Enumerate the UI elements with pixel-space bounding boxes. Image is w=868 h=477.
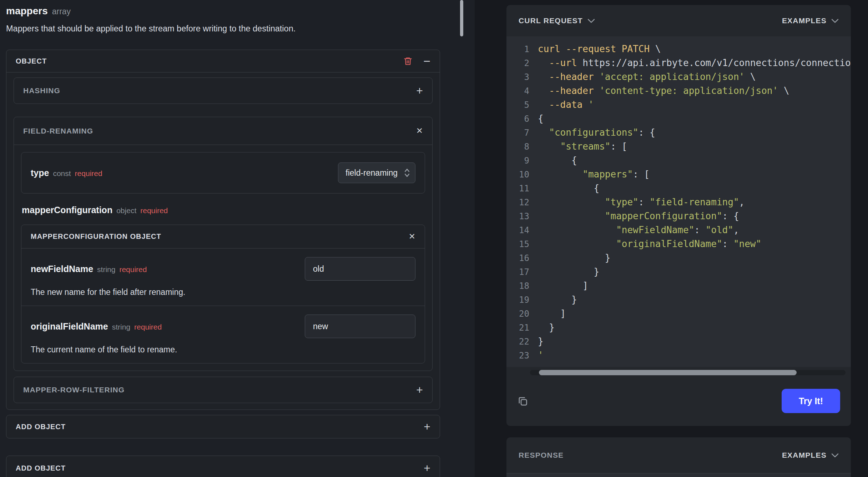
line-number: 17 (506, 265, 538, 279)
response-body (506, 473, 851, 477)
originalfieldname-prop-name: originalFieldName (31, 321, 108, 332)
newfieldname-required-badge: required (119, 265, 147, 274)
add-object-label: ADD OBJECT (16, 423, 66, 431)
line-number: 21 (506, 321, 538, 335)
curl-request-dropdown[interactable]: CURL REQUEST (519, 16, 595, 25)
curl-panel-header: CURL REQUEST EXAMPLES (506, 5, 851, 36)
mapper-configuration-required-badge: required (140, 206, 168, 215)
code-line-row: 15 "originalFieldName": "new" (506, 237, 851, 251)
field-renaming-section: FIELD-RENAMING ✕ type const required fie… (14, 117, 433, 371)
collapse-object-button[interactable]: − (423, 55, 430, 67)
response-title: RESPONSE (519, 451, 564, 460)
examples-label: EXAMPLES (782, 16, 827, 25)
code-line: } (538, 322, 555, 333)
code-line: { (538, 113, 544, 124)
mapper-row-filtering-section-row[interactable]: MAPPER-ROW-FILTERING + (14, 377, 433, 403)
curl-request-title: CURL REQUEST (519, 16, 583, 25)
line-number: 19 (506, 293, 538, 307)
code-line-row: 11 { (506, 181, 851, 195)
code-block: 1curl --request PATCH \2 --url https://a… (506, 36, 851, 367)
field-title-row: mappersarray (6, 5, 440, 17)
line-number: 5 (506, 98, 538, 112)
code-line-row: 10 "mappers": [ (506, 167, 851, 181)
code-line: } (538, 294, 577, 305)
horizontal-scrollbar[interactable] (530, 370, 846, 375)
code-line-row: 2 --url https://api.airbyte.com/v1/conne… (506, 56, 851, 70)
type-row: type const required field-renaming (21, 152, 425, 194)
curl-panel-footer: Try It! (506, 376, 851, 426)
line-number: 9 (506, 154, 538, 168)
code-line: } (538, 252, 611, 263)
code-line: --url https://api.airbyte.com/v1/connect… (538, 57, 851, 68)
chevron-down-icon (587, 19, 595, 23)
type-select[interactable]: field-renaming (338, 162, 415, 183)
line-number: 13 (506, 210, 538, 224)
line-number: 22 (506, 335, 538, 349)
field-renaming-header: FIELD-RENAMING ✕ (14, 117, 432, 145)
vertical-scrollbar-thumb[interactable] (460, 0, 463, 36)
add-object-button[interactable]: + (424, 421, 430, 432)
close-mapper-configuration-button[interactable]: ✕ (409, 232, 415, 241)
newfieldname-prop-kind: string (97, 265, 115, 274)
code-line: "mapperConfiguration": { (538, 211, 739, 221)
line-number: 20 (506, 307, 538, 321)
expand-hashing-button[interactable]: + (416, 85, 423, 96)
code-line-row: 20 ] (506, 307, 851, 321)
select-stepper-icon (404, 168, 410, 178)
copy-icon (517, 396, 528, 407)
code-line: "configurations": { (538, 127, 655, 138)
hashing-section-row[interactable]: HASHING + (14, 77, 433, 104)
copy-code-button[interactable] (517, 396, 528, 407)
add-object-outer-button[interactable]: + (424, 462, 430, 474)
expand-mapper-row-filtering-button[interactable]: + (416, 384, 423, 396)
examples-dropdown[interactable]: EXAMPLES (782, 16, 839, 25)
code-line: } (538, 336, 544, 347)
line-number: 14 (506, 224, 538, 237)
code-pane: CURL REQUEST EXAMPLES 1curl --request PA… (475, 0, 868, 477)
code-line-row: 22} (506, 335, 851, 348)
code-line: --data ' (538, 99, 594, 110)
close-field-renaming-button[interactable]: ✕ (416, 127, 423, 135)
code-line-row: 23' (506, 348, 851, 362)
newfieldname-description: The new name for the field after renamin… (31, 287, 415, 297)
line-number: 3 (506, 70, 538, 84)
response-title-group: RESPONSE (519, 451, 564, 460)
newfieldname-input[interactable] (305, 257, 415, 281)
code-line: } (538, 266, 599, 277)
type-prop-name: type (31, 168, 49, 178)
code-line: { (538, 183, 599, 194)
mapper-configuration-prop-name: mapperConfiguration (22, 205, 112, 215)
newfieldname-prop-name: newFieldName (31, 264, 93, 274)
mapper-configuration-prop-kind: object (116, 206, 136, 215)
object-panel-header: OBJECT − (6, 50, 440, 72)
mapper-configuration-panel: MAPPERCONFIGURATION OBJECT ✕ newFieldNam… (21, 225, 425, 363)
trash-icon (403, 56, 413, 66)
code-line-row: 12 "type": "field-renaming", (506, 195, 851, 209)
add-object-row-outer[interactable]: ADD OBJECT + (6, 456, 440, 477)
try-it-button[interactable]: Try It! (782, 389, 840, 413)
code-line: "type": "field-renaming", (538, 197, 745, 207)
line-number: 1 (506, 42, 538, 56)
code-line-row: 3 --header 'accept: application/json' \ (506, 70, 851, 84)
line-number: 15 (506, 237, 538, 251)
object-panel: OBJECT − HASHING + FIELD-RENAMING ✕ (6, 50, 440, 410)
code-line-row: 7 "configurations": { (506, 126, 851, 140)
response-panel: RESPONSE EXAMPLES (506, 437, 851, 477)
line-number: 6 (506, 112, 538, 126)
code-line-row: 6{ (506, 112, 851, 126)
response-examples-dropdown[interactable]: EXAMPLES (782, 451, 839, 460)
line-number: 10 (506, 168, 538, 182)
field-name: mappers (6, 5, 48, 16)
delete-object-button[interactable] (403, 56, 413, 66)
line-number: 12 (506, 196, 538, 210)
horizontal-scrollbar-thumb[interactable] (539, 370, 797, 375)
line-number: 2 (506, 56, 538, 70)
code-line-row: 8 "streams": [ (506, 140, 851, 154)
type-select-value: field-renaming (345, 168, 398, 178)
curl-request-panel: CURL REQUEST EXAMPLES 1curl --request PA… (506, 5, 851, 426)
code-line: --header 'content-type: application/json… (538, 85, 789, 96)
code-line-row: 5 --data ' (506, 98, 851, 112)
add-object-row[interactable]: ADD OBJECT + (6, 415, 440, 438)
originalfieldname-input[interactable] (305, 315, 415, 338)
line-number: 16 (506, 251, 538, 265)
